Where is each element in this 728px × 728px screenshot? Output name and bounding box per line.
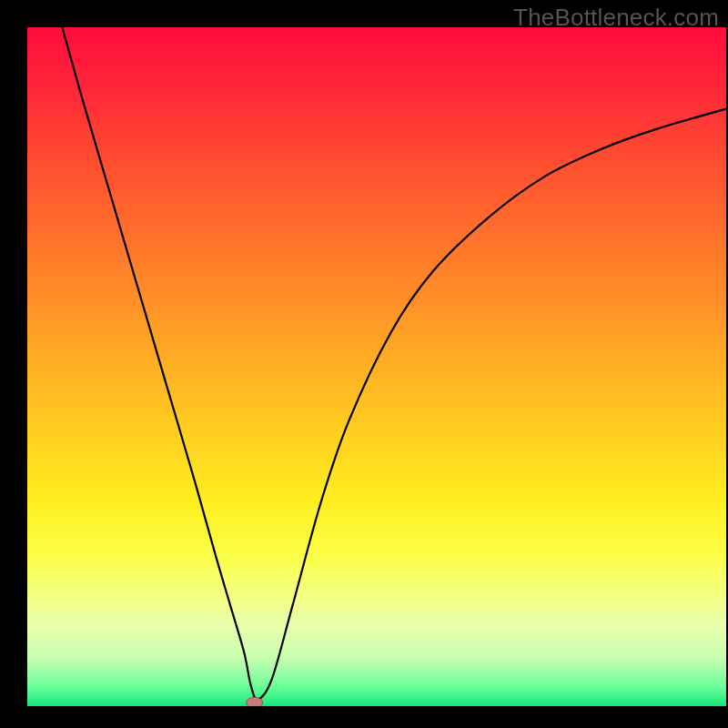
plot-gradient-background [27, 27, 726, 706]
bottleneck-chart [0, 0, 728, 728]
watermark-text: TheBottleneck.com [513, 4, 719, 32]
chart-frame: TheBottleneck.com [0, 0, 728, 728]
